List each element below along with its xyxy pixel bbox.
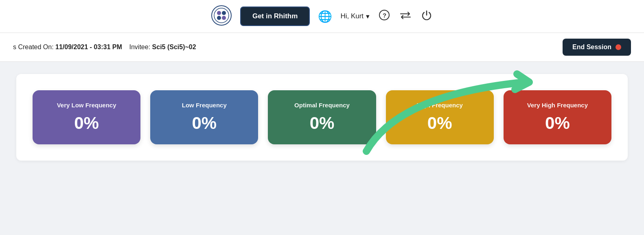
of-value: 0% [310, 113, 335, 133]
globe-icon[interactable]: 🌐 [318, 10, 332, 23]
of-card: Optimal Frequency 0% [268, 90, 376, 144]
lf-card: Low Frequency 0% [150, 90, 258, 144]
session-prefix: s [13, 44, 18, 50]
vlf-value: 0% [74, 113, 99, 133]
help-icon[interactable]: ? [378, 10, 391, 23]
hf-title: High Frequency [417, 102, 463, 109]
svg-point-2 [217, 11, 221, 15]
main-content: Very Low Frequency 0% Low Frequency 0% O… [0, 62, 644, 173]
hf-value: 0% [427, 113, 452, 133]
recording-dot [616, 44, 621, 50]
vhf-card: Very High Frequency 0% [504, 90, 611, 144]
svg-point-4 [217, 16, 221, 20]
session-info: s Created On: 11/09/2021 - 03:31 PM Invi… [13, 44, 196, 51]
hf-card: High Frequency 0% [386, 90, 494, 144]
vhf-title: Very High Frequency [527, 102, 588, 109]
transfer-icon[interactable] [399, 11, 412, 22]
session-bar: s Created On: 11/09/2021 - 03:31 PM Invi… [0, 33, 644, 62]
header: Get in Rhithm 🌐 Hi, Kurt ▾ ? [0, 0, 644, 33]
vhf-value: 0% [545, 113, 570, 133]
of-title: Optimal Frequency [294, 102, 350, 109]
vlf-title: Very Low Frequency [57, 102, 116, 109]
power-icon[interactable] [420, 10, 433, 23]
created-label: Created On: [18, 44, 53, 50]
invitee-name: Sci5 (Sci5)~02 [152, 44, 196, 50]
end-session-button[interactable]: End Session [563, 39, 631, 56]
svg-point-5 [222, 16, 226, 20]
lf-title: Low Frequency [182, 102, 227, 109]
created-date: 11/09/2021 - 03:31 PM [55, 44, 122, 50]
svg-text:?: ? [383, 12, 386, 19]
vlf-card: Very Low Frequency 0% [33, 90, 140, 144]
svg-point-3 [222, 11, 226, 15]
user-greeting-text: Hi, Kurt [340, 12, 364, 20]
cards-container: Very Low Frequency 0% Low Frequency 0% O… [16, 74, 628, 161]
logo-icon[interactable] [211, 5, 232, 28]
lf-value: 0% [192, 113, 217, 133]
invitee-label: Invitee: [129, 44, 151, 50]
get-in-rhythm-button[interactable]: Get in Rhithm [240, 7, 310, 26]
user-greeting[interactable]: Hi, Kurt ▾ [340, 12, 370, 21]
end-session-label: End Session [572, 44, 611, 51]
svg-point-1 [214, 8, 229, 23]
chevron-down-icon: ▾ [366, 12, 370, 21]
